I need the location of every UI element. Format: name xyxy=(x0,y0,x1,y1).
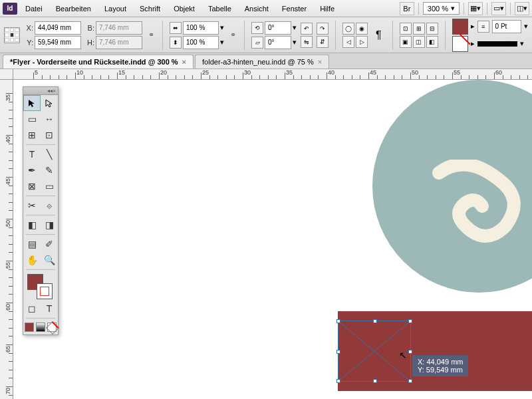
stroke-weight-input[interactable] xyxy=(492,20,521,33)
fit-content-icon[interactable]: ⊡ xyxy=(400,23,412,35)
scale-y-icon: ⬍ xyxy=(170,37,182,49)
selection-tool[interactable] xyxy=(23,95,41,111)
constrain-scale-icon[interactable]: ⚭ xyxy=(228,23,237,47)
select-content-icon[interactable]: ◉ xyxy=(356,23,368,35)
note-tool[interactable]: ▤ xyxy=(23,236,41,252)
menu-schrift[interactable]: Schrift xyxy=(134,3,166,15)
scale-x-icon: ⬌ xyxy=(170,22,182,34)
rotate-ccw-icon[interactable]: ↶ xyxy=(301,23,313,35)
menu-bar: Id Datei Bearbeiten Layout Schrift Objek… xyxy=(0,0,532,17)
canvas[interactable]: ↖ X: 44,049 mm Y: 59,549 mm xyxy=(13,80,532,399)
shear-input[interactable] xyxy=(265,36,291,49)
constrain-wh-icon[interactable]: ⚭ xyxy=(146,23,156,47)
rotate-icon: ⟲ xyxy=(251,22,263,34)
tab-flyer[interactable]: *Flyer - Vorderseite und Rückseite.indd … xyxy=(3,55,194,68)
tools-panel[interactable]: ◂◂× ▭ ↔ ⊞ ⊡ T ╲ ✒ ✎ ⊠ ▭ ✂ ⟐ ◧ ◨ ▤ ✐ ✋ 🔍 … xyxy=(23,86,59,335)
flip-v-icon[interactable]: ⇵ xyxy=(317,36,329,48)
select-container-icon[interactable]: ◯ xyxy=(342,23,354,35)
hand-tool[interactable]: ✋ xyxy=(23,252,41,268)
paragraph-mark-icon: ¶ xyxy=(376,29,382,41)
zoom-tool[interactable]: 🔍 xyxy=(41,252,58,268)
auto-fit-icon[interactable]: ◧ xyxy=(426,36,438,48)
scale-x-input[interactable] xyxy=(183,21,219,35)
gradient-feather-tool[interactable]: ◨ xyxy=(41,217,58,233)
fit-prop-icon[interactable]: ◫ xyxy=(413,36,425,48)
x-input[interactable] xyxy=(35,21,81,35)
menu-ansicht[interactable]: Ansicht xyxy=(239,3,274,15)
pen-tool[interactable]: ✒ xyxy=(23,162,41,178)
screen-mode-icon[interactable]: ▭▾ xyxy=(491,2,506,15)
flip-h-icon[interactable]: ⇋ xyxy=(301,36,313,48)
page-tool[interactable]: ▭ xyxy=(23,111,41,127)
close-icon[interactable]: × xyxy=(53,88,56,94)
menu-layout[interactable]: Layout xyxy=(99,3,132,15)
horizontal-ruler[interactable]: 51015202530354045505560 xyxy=(13,69,532,80)
position-tooltip: X: 44,049 mm Y: 59,549 mm xyxy=(412,355,468,376)
gap-tool[interactable]: ↔ xyxy=(41,111,58,127)
content-placer-tool[interactable]: ⊡ xyxy=(41,127,58,143)
rectangle-frame-tool[interactable]: ⊠ xyxy=(23,178,41,194)
rectangle-tool[interactable]: ▭ xyxy=(41,178,58,194)
collapse-icon[interactable]: ◂◂ xyxy=(47,88,53,94)
bridge-button[interactable]: Br xyxy=(400,2,414,15)
rotate-cw-icon[interactable]: ↷ xyxy=(317,23,329,35)
cursor-icon: ↖ xyxy=(399,350,407,360)
gradient-swatch-tool[interactable]: ◧ xyxy=(23,217,41,233)
fill-frame-icon[interactable]: ▣ xyxy=(400,36,412,48)
type-tool[interactable]: T xyxy=(23,146,41,162)
menu-tabelle[interactable]: Tabelle xyxy=(203,3,237,15)
stroke-swatch[interactable] xyxy=(452,36,468,52)
reference-point[interactable] xyxy=(4,27,20,43)
content-collector-tool[interactable]: ⊞ xyxy=(23,127,41,143)
stroke-style[interactable] xyxy=(477,41,517,47)
direct-selection-tool[interactable] xyxy=(41,95,58,111)
ruler-origin[interactable] xyxy=(0,69,13,80)
line-tool[interactable]: ╲ xyxy=(41,146,58,162)
center-content-icon[interactable]: ⊟ xyxy=(426,23,438,35)
stroke-color-proxy[interactable] xyxy=(37,283,53,299)
fill-swatch[interactable] xyxy=(452,19,468,35)
rotate-input[interactable] xyxy=(265,21,291,35)
arrange-icon[interactable]: ◫▾ xyxy=(515,2,529,15)
stroke-icon: ≡ xyxy=(477,21,489,33)
select-next-icon[interactable]: ▷ xyxy=(356,36,368,48)
swirl-art xyxy=(426,160,532,253)
pencil-tool[interactable]: ✎ xyxy=(41,162,58,178)
scissors-tool[interactable]: ✂ xyxy=(23,198,41,213)
app-icon: Id xyxy=(3,3,17,15)
fit-frame-icon[interactable]: ⊞ xyxy=(413,23,425,35)
view-options-icon[interactable]: ▦▾ xyxy=(468,2,483,15)
tab-folder[interactable]: folder-a3-hinten_neu.indd @ 75 %× xyxy=(195,55,329,68)
select-prev-icon[interactable]: ◁ xyxy=(342,36,354,48)
apply-color-icon[interactable] xyxy=(25,323,34,332)
fill-stroke-proxy[interactable] xyxy=(23,271,58,301)
zoom-level[interactable]: 300 %▾ xyxy=(423,2,460,15)
y-input[interactable] xyxy=(35,36,81,49)
menu-bearbeiten[interactable]: Bearbeiten xyxy=(51,3,96,15)
free-transform-tool[interactable]: ⟐ xyxy=(41,198,58,213)
close-icon[interactable]: × xyxy=(318,58,322,66)
formatting-container-icon[interactable]: ◻ xyxy=(23,301,41,317)
document-tabs: *Flyer - Vorderseite und Rückseite.indd … xyxy=(0,53,532,69)
close-icon[interactable]: × xyxy=(182,58,186,66)
scale-y-input[interactable] xyxy=(183,36,219,49)
control-bar: X: Y: B: H: ⚭ ⬌▾ ⬍▾ ⚭ ⟲▾ ▱▾ ↶ ⇋ ↷ ⇵ ◯ ◉ … xyxy=(0,17,532,53)
formatting-text-icon[interactable]: T xyxy=(41,301,58,317)
vertical-ruler[interactable]: 3540455055606570 xyxy=(0,80,13,399)
w-input[interactable] xyxy=(96,21,142,35)
menu-fenster[interactable]: Fenster xyxy=(277,3,312,15)
shear-icon: ▱ xyxy=(251,37,263,49)
menu-datei[interactable]: Datei xyxy=(20,3,48,15)
h-input[interactable] xyxy=(96,36,142,49)
menu-objekt[interactable]: Objekt xyxy=(168,3,200,15)
menu-hilfe[interactable]: Hilfe xyxy=(315,3,340,15)
eyedropper-tool[interactable]: ✐ xyxy=(41,236,58,252)
apply-gradient-icon[interactable] xyxy=(36,323,45,332)
apply-none-icon[interactable] xyxy=(47,323,57,332)
